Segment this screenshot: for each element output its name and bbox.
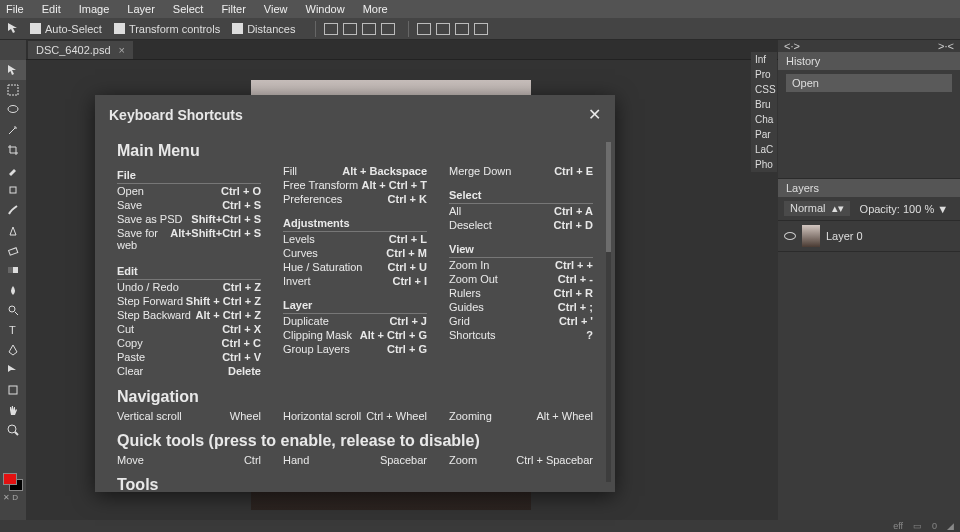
panel-info[interactable]: Inf: [751, 52, 777, 67]
close-document-icon[interactable]: ×: [119, 44, 125, 56]
shortcut-row: Hue / SaturationCtrl + U: [283, 260, 427, 274]
tool-eyedropper[interactable]: [0, 160, 26, 180]
collapse-left-icon[interactable]: <·>: [784, 40, 800, 52]
opacity-value[interactable]: 100 %: [903, 203, 934, 215]
shortcut-label: Save: [117, 199, 142, 211]
layer-row[interactable]: Layer 0: [778, 221, 960, 251]
shortcut-row: PreferencesCtrl + K: [283, 192, 427, 206]
shortcut-pair: Horizontal scrollCtrl + Wheel: [283, 410, 427, 422]
keyboard-shortcuts-dialog: Keyboard Shortcuts ✕ Main Menu File Open…: [95, 95, 615, 492]
dialog-scrollbar[interactable]: [606, 142, 611, 482]
status-resize-icon[interactable]: ◢: [947, 521, 954, 531]
align-left-icon[interactable]: [324, 23, 338, 35]
tool-shape[interactable]: [0, 380, 26, 400]
menu-more[interactable]: More: [363, 3, 388, 15]
document-name: DSC_6402.psd: [36, 44, 111, 56]
panel-css[interactable]: CSS: [751, 82, 777, 97]
separator: [408, 21, 409, 37]
shortcut-row: DeselectCtrl + D: [449, 218, 593, 232]
group-select: Select: [449, 188, 593, 204]
menu-window[interactable]: Window: [306, 3, 345, 15]
shortcut-key: Ctrl + E: [554, 165, 593, 177]
tool-heal[interactable]: [0, 180, 26, 200]
panel-character[interactable]: Cha: [751, 112, 777, 127]
shortcut-row: OpenCtrl + O: [117, 184, 261, 198]
panel-photo[interactable]: Pho: [751, 157, 777, 172]
shortcut-row: CopyCtrl + C: [117, 336, 261, 350]
menu-edit[interactable]: Edit: [42, 3, 61, 15]
shortcut-label: Zooming: [449, 410, 492, 422]
svg-point-1: [8, 106, 18, 113]
layer-name[interactable]: Layer 0: [826, 230, 863, 242]
shortcut-key: Ctrl: [244, 454, 261, 466]
shortcut-label: Clipping Mask: [283, 329, 352, 341]
history-item[interactable]: Open: [786, 74, 952, 92]
shortcut-key: Ctrl + U: [388, 261, 427, 273]
shortcut-label: Paste: [117, 351, 145, 363]
blend-mode-select[interactable]: Normal ▴▾: [784, 201, 850, 216]
panel-brush[interactable]: Bru: [751, 97, 777, 112]
shortcut-row: RulersCtrl + R: [449, 286, 593, 300]
tool-path[interactable]: [0, 360, 26, 380]
shortcut-row: Clipping MaskAlt + Ctrl + G: [283, 328, 427, 342]
distribute-3-icon[interactable]: [455, 23, 469, 35]
shortcut-row: AllCtrl + A: [449, 204, 593, 218]
menu-layer[interactable]: Layer: [127, 3, 155, 15]
tool-lasso[interactable]: [0, 100, 26, 120]
color-swatches[interactable]: ✕ D: [3, 473, 23, 502]
svg-rect-9: [9, 386, 17, 394]
status-indicator-icon: ▭: [913, 521, 922, 531]
shortcut-key: Ctrl + Wheel: [366, 410, 427, 422]
menu-filter[interactable]: Filter: [221, 3, 245, 15]
shortcut-key: Alt + Wheel: [536, 410, 593, 422]
panel-layercomps[interactable]: LaC: [751, 142, 777, 157]
layers-tab[interactable]: Layers: [778, 179, 960, 197]
visibility-icon[interactable]: [784, 232, 796, 240]
tool-marquee[interactable]: [0, 80, 26, 100]
tool-type[interactable]: T: [0, 320, 26, 340]
tool-pen[interactable]: [0, 340, 26, 360]
distribute-h-icon[interactable]: [417, 23, 431, 35]
tool-crop[interactable]: [0, 140, 26, 160]
group-view: View: [449, 242, 593, 258]
menu-image[interactable]: Image: [79, 3, 110, 15]
auto-select-checkbox[interactable]: Auto-Select: [30, 23, 102, 35]
svg-point-6: [9, 306, 15, 312]
shortcut-row: Undo / RedoCtrl + Z: [117, 280, 261, 294]
menu-select[interactable]: Select: [173, 3, 204, 15]
collapse-right-icon[interactable]: >·<: [938, 40, 954, 52]
close-dialog-button[interactable]: ✕: [588, 105, 601, 124]
align-right-icon[interactable]: [362, 23, 376, 35]
menu-bar: File Edit Image Layer Select Filter View…: [0, 0, 960, 18]
tool-clone[interactable]: [0, 220, 26, 240]
tool-move[interactable]: [0, 60, 26, 80]
history-tab[interactable]: History: [778, 52, 960, 70]
shortcut-pair: HandSpacebar: [283, 454, 427, 466]
document-tab[interactable]: DSC_6402.psd ×: [28, 41, 133, 59]
tool-hand[interactable]: [0, 400, 26, 420]
tool-wand[interactable]: [0, 120, 26, 140]
distribute-4-icon[interactable]: [474, 23, 488, 35]
tool-brush[interactable]: [0, 200, 26, 220]
align-center-icon[interactable]: [343, 23, 357, 35]
distances-checkbox[interactable]: Distances: [232, 23, 295, 35]
panel-properties[interactable]: Pro: [751, 67, 777, 82]
tool-blur[interactable]: [0, 280, 26, 300]
shortcut-key: Ctrl + ;: [558, 301, 593, 313]
panel-paragraph[interactable]: Par: [751, 127, 777, 142]
tool-gradient[interactable]: [0, 260, 26, 280]
tool-zoom[interactable]: [0, 420, 26, 440]
foreground-color[interactable]: [3, 473, 17, 485]
menu-view[interactable]: View: [264, 3, 288, 15]
shortcut-pair: MoveCtrl: [117, 454, 261, 466]
menu-file[interactable]: File: [6, 3, 24, 15]
tool-eraser[interactable]: [0, 240, 26, 260]
shortcut-row: Step ForwardShift + Ctrl + Z: [117, 294, 261, 308]
transform-controls-checkbox[interactable]: Transform controls: [114, 23, 220, 35]
tool-dodge[interactable]: [0, 300, 26, 320]
align-top-icon[interactable]: [381, 23, 395, 35]
scrollbar-thumb[interactable]: [606, 142, 611, 252]
distribute-v-icon[interactable]: [436, 23, 450, 35]
shortcut-label: Clear: [117, 365, 143, 377]
group-file: File: [117, 168, 261, 184]
